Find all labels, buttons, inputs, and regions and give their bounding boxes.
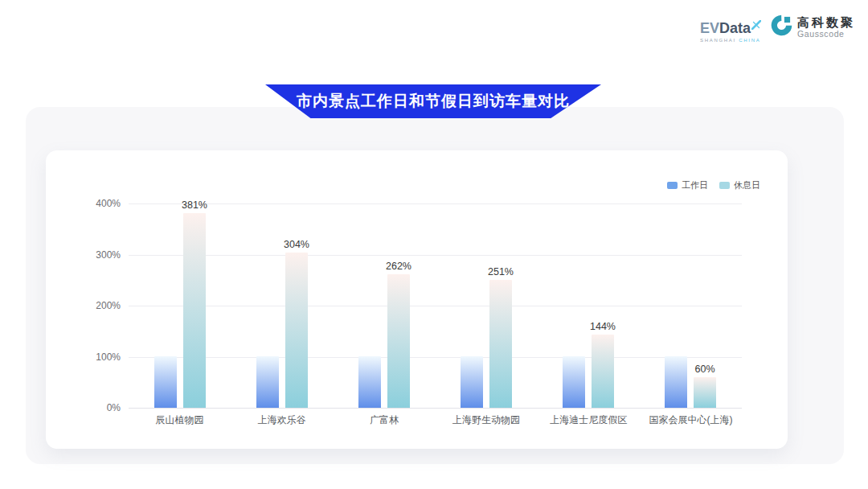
bar-workday xyxy=(256,356,279,408)
page-title: 市内景点工作日和节假日到访车量对比 xyxy=(297,91,570,112)
bar-value-label: 251% xyxy=(469,266,533,277)
bar-workday xyxy=(461,356,483,408)
bar-value-label: 262% xyxy=(366,261,431,272)
x-axis-line xyxy=(129,408,742,409)
legend-label: 休息日 xyxy=(734,179,760,191)
bar-value-label: 381% xyxy=(162,199,227,211)
gausscode-name-cn: 高科数聚 xyxy=(797,15,855,29)
legend-item[interactable]: 工作日 xyxy=(667,179,708,191)
y-gridline xyxy=(129,306,742,306)
bar-workday xyxy=(563,356,585,408)
evdata-subtitle-right: CHINA xyxy=(739,38,760,43)
evdata-ev-text: EV xyxy=(700,20,719,36)
y-tick-label: 300% xyxy=(72,249,121,261)
gausscode-wordmark: 高科数聚 Gausscode xyxy=(797,15,855,39)
y-gridline xyxy=(129,357,742,358)
x-tick-label: 国家会展中心(上海) xyxy=(630,413,751,427)
bar-value-label: 144% xyxy=(571,321,635,332)
chart-card: 工作日休息日 0%100%200%300%400%辰山植物园381%上海欢乐谷3… xyxy=(46,150,788,449)
legend-swatch xyxy=(667,182,678,189)
legend-label: 工作日 xyxy=(682,179,708,191)
bar-workday xyxy=(358,356,381,408)
logo-group: EVData SHANGHAI CHINA 高科数聚 xyxy=(700,14,855,43)
bar-workday xyxy=(154,356,177,408)
bar-restday xyxy=(183,213,206,408)
bar-restday xyxy=(387,274,410,408)
bar-value-label: 60% xyxy=(673,364,737,375)
evdata-x-icon xyxy=(751,17,761,33)
y-tick-label: 0% xyxy=(72,402,121,413)
bar-value-label: 304% xyxy=(264,239,329,250)
y-tick-label: 100% xyxy=(72,351,121,363)
evdata-subtitle: SHANGHAI CHINA xyxy=(700,38,761,43)
y-tick-label: 400% xyxy=(72,198,121,209)
gausscode-name-en: Gausscode xyxy=(797,29,855,39)
gausscode-g-icon xyxy=(771,14,792,39)
bar-restday xyxy=(694,377,716,408)
gausscode-logo: 高科数聚 Gausscode xyxy=(771,14,855,39)
evdata-data-text: Data xyxy=(719,20,751,36)
chart-legend: 工作日休息日 xyxy=(667,179,760,191)
y-gridline xyxy=(129,255,742,256)
evdata-logo: EVData SHANGHAI CHINA xyxy=(700,20,761,43)
evdata-subtitle-left: SHANGHAI xyxy=(700,38,739,43)
title-banner: 市内景点工作日和节假日到访车量对比 xyxy=(265,84,601,118)
bar-restday xyxy=(592,335,614,408)
bar-restday xyxy=(489,280,512,408)
legend-swatch xyxy=(719,182,730,189)
legend-item[interactable]: 休息日 xyxy=(719,179,760,191)
y-tick-label: 200% xyxy=(72,300,121,311)
page: EVData SHANGHAI CHINA 高科数聚 xyxy=(0,0,868,489)
bar-restday xyxy=(285,253,308,408)
evdata-wordmark: EVData xyxy=(700,20,761,36)
